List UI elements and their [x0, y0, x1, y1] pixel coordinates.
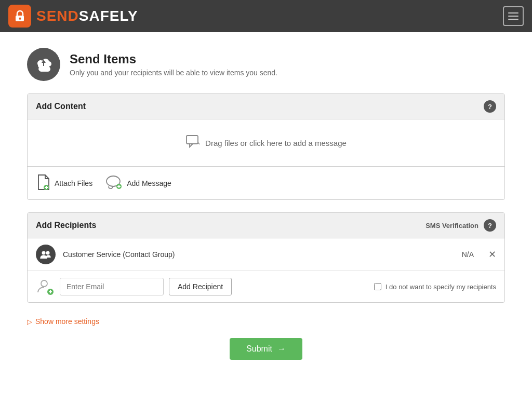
add-recipients-title: Add Recipients — [36, 221, 96, 230]
add-recipient-row: Add Recipient I do not want to specify m… — [28, 271, 504, 302]
add-recipients-panel: Add Recipients SMS Verification ? Custom… — [27, 212, 505, 303]
add-content-panel: Add Content ? Drag files or click here t… — [27, 93, 505, 200]
contact-group-icon — [36, 245, 56, 264]
show-more-settings-button[interactable]: ▷ Show more settings — [27, 315, 99, 328]
attach-files-button[interactable]: Attach Files — [36, 174, 92, 192]
logo-safely: SAFELY — [79, 8, 138, 24]
add-message-icon — [105, 174, 123, 192]
add-message-label: Add Message — [127, 179, 171, 187]
sms-status: N/A — [462, 250, 474, 259]
submit-arrow-icon: → — [277, 344, 286, 354]
sms-verification-label: SMS Verification — [425, 222, 478, 230]
drop-zone[interactable]: Drag files or click here to add a messag… — [28, 119, 504, 167]
add-content-help-button[interactable]: ? — [484, 100, 496, 113]
attach-files-icon — [36, 174, 50, 192]
show-more-settings-label: Show more settings — [35, 317, 99, 326]
add-message-button[interactable]: Add Message — [105, 174, 171, 192]
add-recipients-header: Add Recipients SMS Verification ? — [28, 213, 504, 238]
add-person-icon — [36, 277, 55, 296]
page-title: Send Items — [70, 52, 277, 66]
recipient-name: Customer Service (Contact Group) — [63, 250, 455, 259]
page-subtitle: Only you and your recipients will be abl… — [70, 69, 277, 77]
svg-point-16 — [46, 251, 50, 255]
no-recipients-checkbox[interactable] — [374, 283, 381, 290]
recipients-header-row: Add Recipients SMS Verification ? — [36, 219, 496, 232]
svg-point-15 — [42, 251, 46, 255]
settings-arrow-icon: ▷ — [27, 318, 32, 326]
app-header: SENDSAFELY — [0, 0, 532, 32]
add-recipient-button[interactable]: Add Recipient — [169, 278, 232, 295]
submit-button[interactable]: Submit → — [230, 338, 302, 360]
chat-icon — [185, 134, 200, 152]
svg-rect-5 — [187, 136, 198, 144]
hamburger-menu-button[interactable] — [503, 6, 524, 26]
attach-files-label: Attach Files — [55, 179, 92, 187]
logo-send: SEND — [36, 8, 79, 24]
no-recipients-label[interactable]: I do not want to specify my recipients — [374, 283, 496, 291]
svg-rect-2 — [20, 19, 21, 20]
hamburger-line-3 — [508, 19, 518, 20]
main-content: Send Items Only you and your recipients … — [17, 32, 515, 375]
add-recipients-help-button[interactable]: ? — [484, 219, 496, 232]
page-title-area: Send Items Only you and your recipients … — [27, 48, 505, 81]
submit-area: Submit → — [27, 338, 505, 360]
submit-label: Submit — [246, 344, 272, 354]
action-row: Attach Files Add Message — [28, 167, 504, 199]
logo-icon — [8, 5, 31, 28]
logo-area: SENDSAFELY — [8, 5, 138, 28]
email-input[interactable] — [60, 278, 164, 295]
logo-text: SENDSAFELY — [36, 8, 138, 24]
drop-zone-text: Drag files or click here to add a messag… — [205, 139, 347, 147]
no-recipients-text: I do not want to specify my recipients — [385, 283, 496, 291]
svg-point-17 — [41, 280, 47, 287]
upload-cloud-icon — [27, 48, 60, 81]
hamburger-line-1 — [508, 12, 518, 14]
remove-recipient-button[interactable]: ✕ — [488, 250, 496, 259]
page-title-text: Send Items Only you and your recipients … — [70, 52, 277, 77]
hamburger-line-2 — [508, 16, 518, 17]
add-content-title: Add Content — [36, 102, 86, 111]
add-content-header: Add Content ? — [28, 94, 504, 119]
existing-recipient-row: Customer Service (Contact Group) N/A ✕ — [28, 238, 504, 271]
